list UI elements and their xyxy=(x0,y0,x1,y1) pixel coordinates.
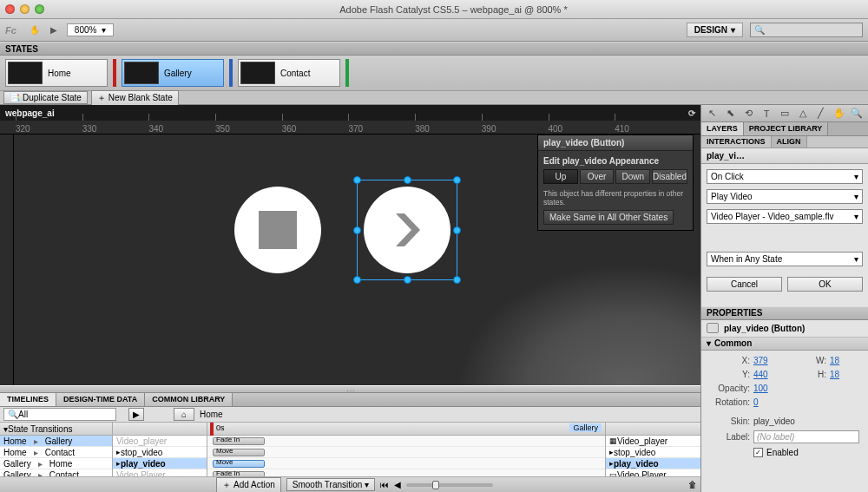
breadcrumb[interactable]: play_vi… xyxy=(707,151,745,161)
direct-select-icon[interactable]: ⬉ xyxy=(723,108,737,119)
panel-resize-handle[interactable]: ⋯ xyxy=(0,385,700,393)
layer-row[interactable]: ▭ Video Player xyxy=(606,469,700,476)
window-minimize[interactable] xyxy=(20,4,30,14)
rotation-field[interactable]: 0 xyxy=(753,397,759,407)
transition-row[interactable]: Home▸Contact xyxy=(0,447,112,458)
resize-handle[interactable] xyxy=(453,176,461,184)
layer-row[interactable]: ▸ play_video xyxy=(113,458,207,469)
layer-row[interactable]: Video Player xyxy=(113,469,207,476)
resize-handle[interactable] xyxy=(353,226,361,234)
layer-row[interactable]: ▸ stop_video xyxy=(113,447,207,458)
shape-tool-icon[interactable]: △ xyxy=(796,108,810,119)
trigger-dropdown[interactable]: On Click▾ xyxy=(707,169,863,184)
selection-tool-icon[interactable]: ↖ xyxy=(705,108,719,119)
track-column[interactable]: 0s Gallery Fade In Move Move Fade In Mov… xyxy=(207,423,606,476)
zoom-dropdown[interactable]: 800% ▾ xyxy=(67,23,115,36)
layer-row[interactable]: ▸ play_video xyxy=(606,458,700,469)
ok-button[interactable]: OK xyxy=(787,277,863,292)
tab-common-library[interactable]: COMMON LIBRARY xyxy=(145,393,233,406)
play-video-button[interactable] xyxy=(364,187,450,273)
tab-project-library[interactable]: PROJECT LIBRARY xyxy=(744,122,829,135)
window-maximize[interactable] xyxy=(35,4,44,14)
opacity-field[interactable]: 100 xyxy=(753,384,768,393)
search-input[interactable]: 🔍 xyxy=(750,23,863,37)
transition-row[interactable]: Home▸Gallery xyxy=(0,436,112,447)
make-same-button[interactable]: Make Same in All Other States xyxy=(543,210,674,225)
tab-layers[interactable]: LAYERS xyxy=(701,122,744,135)
hud-note: This object has different properties in … xyxy=(543,189,687,207)
resize-handle[interactable] xyxy=(353,276,361,284)
new-blank-state-button[interactable]: ＋ New Blank State xyxy=(91,90,179,106)
tab-interactions[interactable]: INTERACTIONS xyxy=(701,136,772,148)
stop-video-button[interactable] xyxy=(234,187,321,273)
zoom-slider[interactable] xyxy=(406,483,493,487)
arrow-tool-icon[interactable]: ▶ xyxy=(44,22,63,39)
add-action-button[interactable]: ＋ Add Action xyxy=(216,477,281,493)
target-dropdown[interactable]: Video Player - Video_sample.flv▾ xyxy=(707,209,863,224)
slider-thumb[interactable] xyxy=(432,481,439,489)
window-close[interactable] xyxy=(5,4,15,14)
hand-tool-icon[interactable]: ✋ xyxy=(832,108,846,119)
enabled-checkbox[interactable]: ✓ xyxy=(753,448,763,457)
state-disabled-button[interactable]: Disabled xyxy=(652,169,687,184)
duplicate-state-button[interactable]: 📑 Duplicate State xyxy=(3,91,88,104)
transform-icon[interactable]: ⟲ xyxy=(741,108,755,119)
rect-tool-icon[interactable]: ▭ xyxy=(778,108,792,119)
line-tool-icon[interactable]: ╱ xyxy=(814,108,828,119)
h-field[interactable]: 18 xyxy=(830,370,839,379)
states-panel: Home Gallery Contact xyxy=(0,56,868,90)
smooth-transition-button[interactable]: Smooth Transition ▾ xyxy=(286,478,376,491)
layer-row[interactable]: ▸ stop_video xyxy=(606,447,700,458)
refresh-icon[interactable]: ⟳ xyxy=(688,108,695,118)
tab-timelines[interactable]: TIMELINES xyxy=(0,393,56,406)
state-up-button[interactable]: Up xyxy=(543,169,578,184)
search-icon: 🔍 xyxy=(754,25,765,35)
state-gallery[interactable]: Gallery xyxy=(122,59,224,87)
text-tool-icon[interactable]: T xyxy=(760,108,773,119)
object-name: play_video (Button) xyxy=(724,324,805,333)
playhead-marker[interactable] xyxy=(210,423,214,436)
transitions-header[interactable]: State Transitions xyxy=(8,424,72,434)
timeline-search[interactable]: 🔍 All xyxy=(3,408,116,421)
resize-handle[interactable] xyxy=(404,276,411,284)
titlebar: Adobe Flash Catalyst CS5.5 – webpage_ai … xyxy=(0,0,868,19)
workspace-dropdown[interactable]: DESIGN ▾ xyxy=(687,23,743,37)
label-input[interactable]: (No label) xyxy=(753,430,859,443)
action-dropdown[interactable]: Play Video▾ xyxy=(707,189,863,204)
hand-tool-icon[interactable]: ✋ xyxy=(25,22,44,39)
states-footer: 📑 Duplicate State ＋ New Blank State xyxy=(0,90,868,105)
resize-handle[interactable] xyxy=(353,176,361,184)
play-button[interactable]: ▶ xyxy=(128,408,144,421)
states-panel-header: STATES xyxy=(0,42,868,56)
resize-handle[interactable] xyxy=(453,276,461,284)
cancel-button[interactable]: Cancel xyxy=(707,277,782,292)
tab-design-time-data[interactable]: DESIGN-TIME DATA xyxy=(56,393,145,406)
top-toolbar: Fc ✋ ▶ 800% ▾ DESIGN ▾ 🔍 xyxy=(0,19,868,42)
resize-handle[interactable] xyxy=(404,176,411,184)
y-field[interactable]: 440 xyxy=(753,370,768,379)
common-accordion[interactable]: ▾ Common xyxy=(701,338,868,351)
rewind-icon[interactable]: ⏮ xyxy=(380,480,389,489)
home-thumb[interactable]: ⌂ xyxy=(174,408,194,421)
ruler-vertical xyxy=(0,134,14,385)
delete-icon[interactable]: 🗑 xyxy=(688,480,697,489)
resize-handle[interactable] xyxy=(453,226,461,234)
enabled-label: Enabled xyxy=(766,448,799,457)
layer-row[interactable]: ▦ Video_player xyxy=(606,436,700,447)
w-field[interactable]: 18 xyxy=(830,356,839,365)
when-dropdown[interactable]: When in Any State▾ xyxy=(707,252,863,266)
transition-row[interactable]: Gallery▸Contact xyxy=(0,469,112,476)
tab-align[interactable]: ALIGN xyxy=(772,136,807,148)
state-over-button[interactable]: Over xyxy=(580,169,615,184)
document-tab[interactable]: webpage_ai xyxy=(5,108,55,118)
state-home[interactable]: Home xyxy=(5,59,108,87)
x-field[interactable]: 379 xyxy=(753,356,768,365)
layer-row[interactable]: Video_player xyxy=(113,436,207,447)
transition-row[interactable]: Gallery▸Home xyxy=(0,458,112,469)
state-down-button[interactable]: Down xyxy=(615,169,650,184)
track-to-label: Gallery xyxy=(569,423,602,432)
canvas[interactable]: play_video (Button) Edit play_video Appe… xyxy=(0,134,700,385)
state-contact[interactable]: Contact xyxy=(238,59,340,87)
zoom-tool-icon[interactable]: 🔍 xyxy=(850,108,864,119)
back-icon[interactable]: ◀ xyxy=(394,480,401,489)
